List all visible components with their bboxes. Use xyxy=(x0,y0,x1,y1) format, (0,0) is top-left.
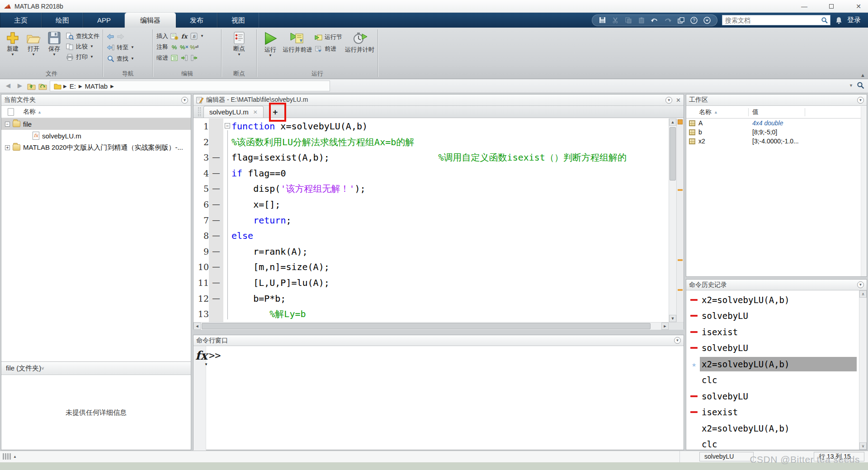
compare-button[interactable]: 比较▼ xyxy=(66,43,99,51)
analyzer-marker[interactable] xyxy=(678,259,683,261)
back-icon[interactable] xyxy=(107,33,114,40)
breakpoint-alley[interactable]: — xyxy=(209,275,223,291)
comment-icon[interactable]: % xyxy=(170,43,178,51)
code-line[interactable]: disp('该方程组无解！'); xyxy=(231,181,669,197)
breakpoint-alley[interactable]: — xyxy=(209,244,223,260)
redo-icon[interactable] xyxy=(663,16,672,24)
history-item[interactable]: solvebyLU xyxy=(686,388,867,404)
code-text[interactable]: function x=solvebyLU(A,b)%该函数利用LU分解法求线性方… xyxy=(231,119,669,322)
code-line[interactable]: else xyxy=(231,228,669,244)
forward-icon[interactable] xyxy=(117,33,124,40)
statusbar-grip[interactable]: ▲ xyxy=(3,453,17,460)
history-item[interactable]: x2=solvebyLU(A,b) xyxy=(686,292,867,308)
copy-icon[interactable] xyxy=(624,16,633,24)
code-line[interactable]: [L,U,P]=lu(A); xyxy=(231,275,669,291)
history-item[interactable]: solvebyLU xyxy=(686,308,867,324)
workspace-row[interactable]: A4x4 double xyxy=(686,119,867,128)
doc-search-input[interactable] xyxy=(722,17,821,24)
breakpoint-alley[interactable] xyxy=(209,134,223,150)
scroll-down-icon[interactable]: ▼ xyxy=(669,315,676,322)
breadcrumb[interactable]: ▶ E: ▶ MATlab ▶ xyxy=(50,81,330,91)
workspace-scroll-track[interactable] xyxy=(861,106,867,276)
code-line[interactable]: r=rank(A); xyxy=(231,244,669,260)
switch-windows-icon[interactable] xyxy=(676,16,685,24)
folder-column-header[interactable]: 名称 ▲ xyxy=(1,106,191,118)
tab-close-icon[interactable]: ✕ xyxy=(253,109,258,115)
editor-horizontal-scrollbar[interactable]: ◄ ► xyxy=(193,322,669,330)
run-section-button[interactable]: 运行节 xyxy=(315,33,342,41)
save-icon[interactable] xyxy=(598,16,607,24)
ribbon-tab-视图[interactable]: 视图 xyxy=(217,13,259,28)
undo-icon[interactable] xyxy=(650,16,659,24)
folder-up-icon[interactable] xyxy=(27,82,36,90)
scroll-left-icon[interactable]: ◄ xyxy=(193,323,201,330)
tabstrip-grip[interactable] xyxy=(198,107,201,116)
save-button[interactable]: 保存▼ xyxy=(45,29,63,57)
breakpoint-alley[interactable]: — xyxy=(209,197,223,213)
run-advance-button[interactable]: 运行并前进 xyxy=(283,29,312,53)
crumb-folder[interactable]: MATlab xyxy=(84,82,109,90)
ribbon-tab-绘图[interactable]: 绘图 xyxy=(42,13,83,28)
command-prompt[interactable]: >> xyxy=(209,350,221,361)
indent-left-icon[interactable] xyxy=(190,54,198,62)
fold-gutter[interactable]: − xyxy=(223,119,231,322)
tree-item[interactable]: −file xyxy=(1,118,191,130)
fold-collapse-icon[interactable]: − xyxy=(225,123,230,128)
code-line[interactable]: b=P*b; xyxy=(231,291,669,307)
maximize-button[interactable] xyxy=(826,3,836,10)
addr-search-icon[interactable] xyxy=(857,81,864,89)
folder-details-header[interactable]: file (文件夹) ˅ xyxy=(1,361,191,375)
tree-item[interactable]: fxsolvebyLU.m xyxy=(1,130,191,142)
code-analyzer-ruler[interactable] xyxy=(676,119,684,322)
history-item[interactable]: isexist xyxy=(686,404,867,421)
ribbon-collapse-icon[interactable]: ▲ xyxy=(860,72,865,78)
scroll-up-icon[interactable]: ∧ xyxy=(859,290,867,298)
panel-menu-icon[interactable]: ▼ xyxy=(674,337,681,344)
code-line[interactable]: x=[]; xyxy=(231,197,669,213)
addr-back-icon[interactable]: ◄ xyxy=(4,81,13,90)
qat-dropdown-icon[interactable] xyxy=(703,16,712,24)
expand-icon[interactable]: + xyxy=(5,145,10,150)
ribbon-tab-发布[interactable]: 发布 xyxy=(176,13,217,28)
code-line[interactable]: flag=isexist(A,b); %调用自定义函数isexist（）判断方程… xyxy=(231,150,669,166)
analyzer-marker[interactable] xyxy=(678,189,683,191)
scroll-down-icon[interactable]: ∨ xyxy=(859,442,867,450)
find-button[interactable]: 查找▼ xyxy=(107,55,134,63)
command-window-body[interactable]: fx ▼ >> xyxy=(193,346,684,461)
history-item[interactable]: clc xyxy=(686,437,867,453)
collapse-icon[interactable]: − xyxy=(5,122,10,127)
panel-menu-icon[interactable]: ▼ xyxy=(857,281,864,288)
code-line[interactable]: %该函数利用LU分解法求线性方程组Ax=b的解 xyxy=(231,134,669,150)
code-line[interactable]: [m,n]=size(A); xyxy=(231,259,669,275)
indent-right-icon[interactable] xyxy=(180,54,188,62)
addr-search-dropdown-icon[interactable]: ▼ xyxy=(849,83,853,88)
help-icon[interactable]: ? xyxy=(689,16,698,24)
fx-icon[interactable]: fx xyxy=(195,349,208,362)
sign-in-link[interactable]: 登录 xyxy=(847,16,863,24)
insert-section-icon[interactable] xyxy=(170,33,178,40)
close-panel-icon[interactable]: ✕ xyxy=(676,97,681,104)
close-button[interactable]: ✕ xyxy=(854,3,863,10)
breakpoint-alley[interactable]: — xyxy=(209,181,223,197)
history-item[interactable]: isexist xyxy=(686,324,867,340)
history-vertical-scrollbar[interactable]: ∧ ∨ xyxy=(859,290,867,450)
ribbon-tab-APP[interactable]: APP xyxy=(83,13,125,28)
notification-bell-icon[interactable] xyxy=(835,16,843,24)
scroll-up-icon[interactable]: ▲ xyxy=(669,119,676,126)
code-line[interactable]: if flag==0 xyxy=(231,166,669,181)
workspace-column-header[interactable]: 名称▲ 值 xyxy=(686,106,867,119)
workspace-row[interactable]: b[8;9;-5;0] xyxy=(686,128,867,137)
run-time-button[interactable]: 运行并计时 xyxy=(345,29,374,53)
execution-marker-gutter[interactable]: —————————— xyxy=(209,119,223,322)
addr-forward-icon[interactable]: ► xyxy=(15,81,24,90)
panel-menu-icon[interactable]: ▼ xyxy=(181,97,188,104)
paste-icon[interactable] xyxy=(637,16,646,24)
code-line[interactable]: return; xyxy=(231,213,669,228)
breakpoint-alley[interactable] xyxy=(209,306,223,322)
breakpoint-alley[interactable]: — xyxy=(209,259,223,275)
wrap-comment-icon[interactable]: %⏎ xyxy=(190,43,198,51)
scrollbar-thumb[interactable] xyxy=(202,323,651,329)
history-item[interactable]: ★x2=solvebyLU(A,b) xyxy=(686,356,867,372)
minimize-button[interactable]: — xyxy=(799,3,809,10)
advance-button[interactable]: 前进 xyxy=(315,45,342,53)
